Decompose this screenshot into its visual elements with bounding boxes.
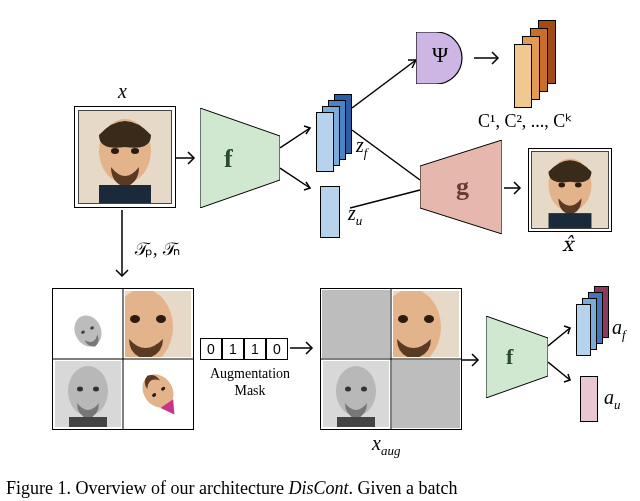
arrows-f-split: [280, 120, 320, 200]
label-transforms: 𝒯ₚ, 𝒯ₙ: [134, 238, 180, 260]
label-classifiers: C¹, C², ..., Cᵏ: [478, 110, 573, 132]
augmask-cell-3: 0: [266, 338, 288, 360]
aug-cell-tr: [125, 291, 191, 357]
label-au: au: [604, 386, 621, 413]
svg-point-47: [424, 315, 434, 323]
C-block-1: [514, 44, 532, 108]
svg-line-8: [280, 168, 310, 188]
svg-point-50: [345, 387, 351, 392]
svg-line-11: [352, 60, 416, 108]
output-image-xhat: [531, 151, 609, 229]
svg-marker-54: [486, 316, 548, 398]
label-augmentation: AugmentationMask: [202, 366, 298, 400]
svg-marker-6: [200, 108, 280, 208]
label-psi: Ψ: [432, 42, 448, 68]
svg-rect-52: [337, 417, 375, 427]
svg-point-32: [68, 366, 108, 416]
au-block: [580, 376, 598, 422]
arrows-z-to-g: [350, 110, 430, 220]
svg-line-9: [352, 130, 420, 180]
svg-point-34: [93, 387, 99, 392]
encoder-f: [200, 108, 280, 208]
svg-line-55: [548, 328, 570, 346]
input-image-x: [78, 110, 172, 204]
aug-grid-left: [52, 288, 194, 430]
arrow-xaug-to-f2: [462, 350, 486, 370]
svg-line-56: [548, 362, 570, 380]
xaug-cell-bl: [323, 361, 389, 427]
svg-point-18: [575, 183, 582, 188]
encoder-f-aug: [486, 316, 548, 398]
svg-rect-4: [99, 185, 151, 203]
label-g: g: [456, 172, 469, 202]
arrows-f2-split: [548, 322, 578, 392]
arrow-x-to-f: [176, 148, 202, 168]
figure-caption: Figure 1. Overview of our architecture D…: [0, 478, 640, 499]
svg-line-10: [350, 190, 420, 208]
aug-cell-bl: [55, 361, 121, 427]
aug-cell-br: [125, 361, 191, 427]
aug-grid-right: [320, 288, 462, 430]
zu-block: [320, 186, 340, 238]
label-f: f: [224, 144, 233, 174]
arrow-x-to-aug: [112, 210, 132, 286]
augmentation-mask: 0 1 1 0: [200, 338, 288, 360]
svg-line-7: [280, 128, 310, 148]
svg-point-33: [77, 387, 83, 392]
augmask-cell-2: 1: [244, 338, 266, 360]
svg-point-29: [130, 315, 140, 323]
svg-point-49: [336, 366, 376, 416]
augmask-cell-0: 0: [200, 338, 222, 360]
augmask-cell-1: 1: [222, 338, 244, 360]
label-f-aug: f: [506, 344, 513, 370]
xaug-cell-tr: [393, 291, 459, 357]
svg-point-2: [111, 148, 119, 154]
svg-point-46: [398, 315, 408, 323]
label-xhat: x̂: [562, 232, 573, 256]
label-x: x: [118, 80, 127, 103]
svg-rect-19: [549, 213, 592, 228]
arrow-mask-to-xaug: [290, 338, 320, 358]
svg-point-51: [361, 387, 367, 392]
af-block-1: [576, 304, 591, 356]
label-af: af: [612, 316, 626, 343]
label-xaug: xaug: [372, 432, 400, 459]
svg-point-3: [131, 148, 139, 154]
masked-cell-br: [392, 360, 460, 428]
arrow-g-to-xhat: [504, 178, 528, 198]
svg-point-17: [558, 183, 565, 188]
svg-rect-35: [69, 417, 107, 427]
svg-point-30: [156, 315, 166, 323]
aug-cell-tl: [55, 291, 121, 357]
figure-canvas: x f zf zu: [0, 0, 640, 480]
arrow-psi-to-C: [474, 48, 506, 68]
masked-cell-tl: [322, 290, 390, 358]
zf-block-1: [316, 112, 334, 172]
